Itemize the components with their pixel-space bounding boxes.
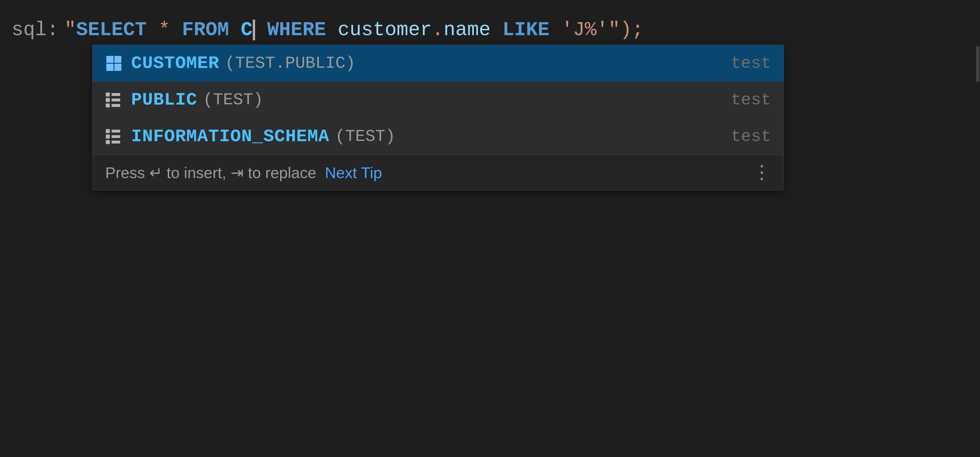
item-source-public: test [731,90,771,109]
svg-rect-7 [111,130,120,133]
sql-string-val: 'J%' [561,17,608,43]
item-schema-customer: (TEST.PUBLIC) [225,54,355,73]
item-source-customer: test [731,54,771,73]
sql-property-name: name [444,17,491,43]
svg-rect-9 [111,135,120,138]
item-source-information: test [731,127,771,146]
next-tip-button[interactable]: Next Tip [325,164,382,181]
svg-rect-4 [106,103,110,108]
svg-rect-8 [106,135,110,139]
sql-quote-open: " [64,17,76,43]
item-name-customer: CUSTOMER [131,53,220,73]
svg-rect-11 [111,141,120,143]
editor-area: sql: " SELECT * FROM C WHERE customer . … [0,0,980,457]
item-name-public: PUBLIC [131,90,197,110]
scrollbar-track[interactable] [975,0,980,457]
sql-cursor [253,20,255,40]
autocomplete-item-public[interactable]: PUBLIC (TEST) test [92,81,784,118]
sql-typed-c: C [229,17,253,43]
more-options-icon[interactable]: ⋮ [752,161,771,184]
svg-rect-2 [106,98,110,102]
svg-rect-1 [111,93,120,96]
sql-line: sql: " SELECT * FROM C WHERE customer . … [0,11,980,48]
sql-keyword-where: WHERE [255,17,338,43]
sql-keyword-select: SELECT [76,17,147,43]
footer-tip: Press ↵ to insert, ⇥ to replace Next Tip [105,163,382,182]
autocomplete-item-customer[interactable]: CUSTOMER (TEST.PUBLIC) test [92,45,784,81]
svg-rect-0 [106,92,110,97]
svg-rect-10 [106,140,110,144]
sql-property-customer: customer [338,17,432,43]
sql-label: sql: [11,17,59,43]
scrollbar-thumb [976,46,979,83]
item-name-information-schema: INFORMATION_SCHEMA [131,126,329,147]
svg-rect-3 [111,98,120,102]
item-schema-information: (TEST) [335,127,395,146]
sql-close-quote: " [608,17,620,43]
autocomplete-footer: Press ↵ to insert, ⇥ to replace Next Tip… [92,155,784,190]
schema-icon-information [105,128,123,145]
sql-keyword-like: LIKE [491,17,561,43]
sql-star: * [147,17,182,43]
footer-right: ⋮ [744,161,771,184]
sql-keyword-from: FROM [182,17,229,43]
svg-rect-6 [106,129,110,133]
sql-semicolon: ); [620,17,644,43]
schema-icon-public [105,91,123,109]
table-icon [105,55,123,72]
item-schema-public: (TEST) [203,90,263,109]
sql-dot: . [432,17,444,43]
svg-rect-5 [111,104,120,107]
tip-prefix: Press ↵ to insert, ⇥ to replace [105,164,321,181]
autocomplete-item-information-schema[interactable]: INFORMATION_SCHEMA (TEST) test [92,118,784,155]
autocomplete-dropdown: CUSTOMER (TEST.PUBLIC) test PUBLIC (TEST… [92,44,784,190]
